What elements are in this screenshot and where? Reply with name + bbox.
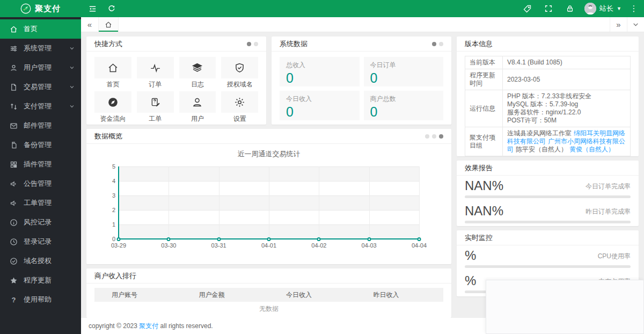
- card-title: 数据概览: [94, 132, 122, 141]
- card-title: 版本信息: [465, 39, 493, 49]
- quick-item-label: 设置: [221, 115, 258, 122]
- table-row: 运行信息 PHP 版本：7.2.33非线程安全 MySQL 版本：5.7.39-…: [465, 90, 631, 127]
- footer-brand-link[interactable]: 聚支付: [139, 322, 158, 330]
- sidebar-item-label: 交易管理: [24, 82, 69, 92]
- sidebar-item-program-update[interactable]: 程序更新: [0, 271, 81, 290]
- stat-value: 0: [286, 70, 353, 86]
- stat-value: 0: [370, 70, 437, 86]
- table-header-row: 用户账号 用户金额 今日收入 昨日收入: [94, 288, 443, 302]
- metric-label: 今日订单完成率: [586, 182, 631, 193]
- metric-value: NAN%: [465, 204, 503, 218]
- team-member: 陈平安（自然人）: [516, 146, 567, 153]
- fullscreen-icon[interactable]: [541, 2, 555, 16]
- quick-shortcuts-card: 快捷方式 首页 订单 日志 授权域名 资金流向: [86, 37, 266, 125]
- stat-label: 总收入: [286, 61, 353, 70]
- pulse-icon: [150, 62, 161, 74]
- brand[interactable]: 聚支付: [0, 3, 81, 14]
- sidebar-item-transactions[interactable]: 交易管理: [0, 77, 81, 97]
- carousel-dots[interactable]: [432, 42, 443, 46]
- row-label: 程序更新时间: [465, 69, 503, 90]
- sidebar-item-backup[interactable]: 备份管理: [0, 135, 81, 155]
- sidebar: 首页 系统管理 用户管理 交易管理 支付管理 邮件管理 备份管理 插件管理 公告…: [0, 17, 81, 334]
- carousel-dots[interactable]: [425, 134, 443, 139]
- metric-today-completion: NAN% 今日订单完成率: [465, 179, 631, 198]
- mail-icon: [10, 122, 18, 130]
- chevron-down-icon: [69, 104, 75, 109]
- sidebar-item-home[interactable]: 首页: [0, 19, 81, 39]
- x-tick: 04-03: [362, 242, 377, 249]
- ranking-table: 用户账号 用户金额 今日收入 昨日收入 无数据: [94, 288, 443, 316]
- collapse-menu-icon[interactable]: [85, 2, 99, 16]
- sidebar-item-system[interactable]: 系统管理: [0, 39, 81, 58]
- sidebar-item-domain-auth[interactable]: 域名授权: [0, 251, 81, 271]
- tabs-scroll-left-icon[interactable]: «: [81, 17, 98, 32]
- quick-item-home[interactable]: 首页: [94, 57, 131, 88]
- home-icon: [10, 25, 18, 33]
- carousel-dots[interactable]: [247, 42, 258, 46]
- quick-item-label: 工单: [137, 115, 174, 122]
- sidebar-item-login-log[interactable]: 登录记录: [0, 232, 81, 251]
- sidebar-item-announcements[interactable]: 公告管理: [0, 174, 81, 193]
- row-label: 运行信息: [465, 90, 503, 127]
- quick-item-settings[interactable]: 设置: [221, 91, 258, 122]
- tabs-scroll-right-icon[interactable]: »: [610, 17, 627, 32]
- tabs-dropdown-icon[interactable]: [627, 17, 644, 32]
- row-value: PHP 版本：7.2.33非线程安全 MySQL 版本：5.7.39-log 服…: [503, 90, 631, 127]
- quick-item-users[interactable]: 用户: [179, 91, 216, 122]
- chevron-down-icon: ▼: [617, 6, 621, 11]
- copyright-text: all rights reserved.: [160, 322, 213, 330]
- version-info-card: 版本信息 当前版本 V8.4.1 (Build 1085) 程序更新时间 202…: [457, 37, 639, 156]
- lock-icon[interactable]: [563, 2, 577, 16]
- quick-item-logs[interactable]: 日志: [179, 57, 216, 88]
- refresh-icon[interactable]: [105, 2, 119, 16]
- sidebar-item-label: 插件管理: [24, 159, 75, 169]
- sidebar-item-payments[interactable]: 支付管理: [0, 97, 81, 116]
- metric-label: 昨日订单完成率: [586, 207, 631, 218]
- check-circle-icon: [10, 257, 18, 265]
- transfer-icon: [10, 103, 18, 111]
- progress-bar: [465, 265, 631, 268]
- column-header: 用户金额: [182, 291, 269, 300]
- stat-label: 今日收入: [286, 95, 353, 104]
- system-data-card: 系统数据 总收入 0 今日订单 0 今日收入 0 商户总数 0: [272, 37, 451, 125]
- tab-home[interactable]: [98, 17, 119, 32]
- more-menu-icon[interactable]: ⋮: [629, 4, 639, 13]
- data-overview-card: 数据概览 近一周通道交易统计 5 4 3 2 1 0 03-29 03-30 0…: [86, 129, 451, 264]
- file-icon: [10, 83, 18, 91]
- sidebar-item-mail[interactable]: 邮件管理: [0, 116, 81, 135]
- chevron-down-icon: [69, 46, 75, 51]
- sidebar-item-workorders[interactable]: 工单管理: [0, 193, 81, 213]
- quick-item-auth-domain[interactable]: 授权域名: [221, 57, 258, 88]
- quick-item-fund-flow[interactable]: 资金流向: [94, 91, 131, 122]
- quick-item-workorder[interactable]: 工单: [137, 91, 174, 122]
- stat-today-orders: 今日订单 0: [364, 57, 444, 86]
- stat-label: 今日订单: [370, 61, 437, 70]
- metric-yesterday-completion: NAN% 昨日订单完成率: [465, 204, 631, 223]
- star-icon: [10, 277, 18, 285]
- tag-icon[interactable]: [520, 2, 534, 16]
- avatar: [584, 3, 596, 14]
- ticket-edit-icon: [150, 97, 161, 108]
- quick-item-orders[interactable]: 订单: [137, 57, 174, 88]
- team-member-link[interactable]: 黄俊（自然人）: [569, 146, 614, 153]
- row-value: 连城县凌风网络工作室绵阳耳关明皿网络科技有限公司广州市小周网络科技有限公司陈平安…: [503, 127, 631, 156]
- brand-name: 聚支付: [35, 4, 61, 14]
- column-header: 今日收入: [269, 291, 356, 300]
- topbar: 聚支付 站长 ▼ ⋮: [0, 0, 644, 17]
- shield-check-icon: [234, 62, 245, 74]
- row-label: 当前版本: [465, 56, 503, 69]
- sidebar-item-plugins[interactable]: 插件管理: [0, 155, 81, 174]
- data-point: [317, 237, 321, 241]
- progress-bar: [465, 195, 631, 198]
- home-icon: [107, 62, 119, 74]
- table-row: 当前版本 V8.4.1 (Build 1085): [465, 56, 631, 69]
- sidebar-item-users[interactable]: 用户管理: [0, 58, 81, 77]
- y-tick: 5: [101, 163, 115, 170]
- data-point: [418, 237, 421, 241]
- line-chart: 5 4 3 2 1 0 03-29 03-30 03-31 04-01 04-0…: [119, 166, 419, 239]
- sliders-icon: [10, 45, 18, 53]
- sidebar-item-help[interactable]: ? 使用帮助: [0, 290, 81, 309]
- quick-item-label: 首页: [94, 81, 131, 88]
- sidebar-item-risk-log[interactable]: 风控记录: [0, 213, 81, 232]
- user-menu[interactable]: 站长 ▼: [584, 3, 621, 14]
